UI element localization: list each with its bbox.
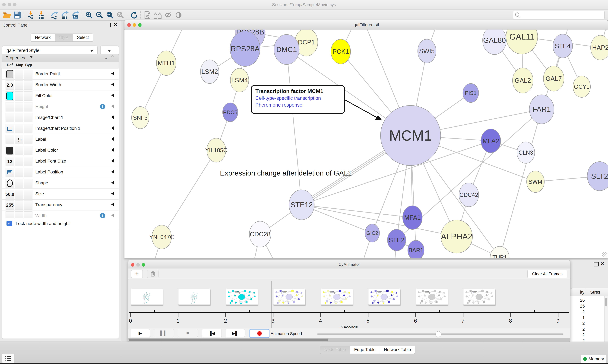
bypass-value-cell[interactable] xyxy=(24,70,32,79)
property-row-shape[interactable]: Shape xyxy=(2,178,119,189)
delete-frame-button[interactable] xyxy=(147,270,158,278)
default-value-cell[interactable] xyxy=(6,146,14,155)
collapse-arrow-icon[interactable] xyxy=(111,192,114,195)
clear-all-frames-button[interactable]: Clear All Frames xyxy=(527,270,567,278)
export-table-icon[interactable] xyxy=(60,11,70,20)
panel-list-button[interactable] xyxy=(2,354,14,363)
close-panel-icon[interactable]: ✕ xyxy=(600,261,604,267)
frame-thumbnail-4[interactable] xyxy=(321,289,353,305)
table-column-stres[interactable]: Stres xyxy=(587,290,604,295)
mapping-value-cell[interactable] xyxy=(15,200,23,210)
timeline-scrollbar-thumb[interactable] xyxy=(129,338,328,341)
annotation-box[interactable]: Transcription factor MCM1 Cell-type-spec… xyxy=(251,85,345,114)
collapse-arrow-icon[interactable] xyxy=(111,82,114,87)
table-scrollbar-thumb[interactable] xyxy=(605,298,607,306)
animation-speed-thumb[interactable] xyxy=(436,331,441,337)
default-value-cell[interactable]: 12 xyxy=(6,157,14,166)
collapse-arrow-icon[interactable] xyxy=(111,93,114,97)
property-row-border-width[interactable]: 2.0Border Width xyxy=(2,79,119,91)
frame-thumbnail-3[interactable] xyxy=(273,289,305,305)
property-row-fill-color[interactable]: Fill Color xyxy=(2,91,119,101)
collapse-arrow-icon[interactable] xyxy=(111,115,114,119)
collapse-arrow-icon[interactable] xyxy=(111,213,114,217)
cyanimator-titlebar[interactable]: CyAnimator xyxy=(128,260,570,269)
lock-size-checkbox[interactable]: ✓ xyxy=(6,221,12,226)
collapse-arrow-icon[interactable] xyxy=(111,159,114,163)
tab-network[interactable]: Network xyxy=(31,34,55,41)
default-value-cell[interactable] xyxy=(6,124,14,133)
property-row-label-position[interactable]: Label Position xyxy=(2,167,119,178)
bypass-value-cell[interactable] xyxy=(24,200,32,210)
bypass-value-cell[interactable] xyxy=(24,190,32,199)
bypass-value-cell[interactable] xyxy=(24,80,32,90)
collapse-arrow-icon[interactable] xyxy=(111,148,114,152)
bypass-value-cell[interactable] xyxy=(24,102,32,111)
collapse-all-icon[interactable]: ⌃ xyxy=(111,54,114,60)
property-row-border-paint[interactable]: Border Paint xyxy=(2,69,119,79)
contrast-icon[interactable] xyxy=(173,11,184,20)
mapping-value-cell[interactable] xyxy=(15,124,23,133)
frame-thumbnail-1[interactable] xyxy=(178,289,210,305)
playhead[interactable] xyxy=(272,281,272,332)
import-table-icon[interactable] xyxy=(36,11,46,20)
frame-thumbnail-2[interactable] xyxy=(226,289,258,305)
mapping-value-cell[interactable] xyxy=(15,102,23,111)
float-panel-icon[interactable] xyxy=(106,23,111,27)
collapse-arrow-icon[interactable] xyxy=(111,202,114,207)
skip-to-end-button[interactable]: ▶▌ xyxy=(226,329,245,337)
collapse-arrow-icon[interactable] xyxy=(111,170,114,174)
default-value-cell[interactable] xyxy=(6,135,14,144)
bypass-value-cell[interactable] xyxy=(24,168,32,177)
skip-to-start-button[interactable]: ▐◀ xyxy=(202,329,222,337)
mapping-value-cell[interactable] xyxy=(15,91,23,101)
property-row-height[interactable]: Heighti xyxy=(2,101,119,112)
float-panel-icon[interactable] xyxy=(594,262,599,266)
table-column-ity[interactable]: ity xyxy=(570,290,584,295)
property-row-label-font-size[interactable]: 12Label Font Size xyxy=(2,156,119,167)
property-row-image-chart-position-1[interactable]: Image/Chart Position 1 xyxy=(2,123,119,134)
collapse-arrow-icon[interactable] xyxy=(111,104,114,108)
default-value-cell[interactable] xyxy=(6,179,14,188)
search-input[interactable] xyxy=(521,12,601,18)
annotation-link[interactable]: Pheromone response xyxy=(255,102,344,108)
resize-grip[interactable] xyxy=(602,252,607,257)
default-value-cell[interactable]: 50.0 xyxy=(6,190,14,199)
mapping-value-cell[interactable] xyxy=(15,190,23,199)
memory-button[interactable]: Memory xyxy=(581,355,607,363)
property-row-label[interactable]: ⋮›Label xyxy=(2,134,119,145)
default-value-cell[interactable] xyxy=(6,102,14,111)
collapse-arrow-icon[interactable] xyxy=(111,126,114,130)
bypass-value-cell[interactable] xyxy=(24,146,32,155)
refresh-layout-icon[interactable] xyxy=(129,11,139,20)
timeline[interactable]: 0123456789 Seconds xyxy=(128,279,570,328)
properties-header[interactable]: Properties ⌄ ⌃ xyxy=(2,54,119,62)
bypass-value-cell[interactable] xyxy=(24,124,32,133)
property-row-size[interactable]: 50.0Size xyxy=(2,189,119,200)
default-value-cell[interactable]: 255 xyxy=(6,200,14,210)
add-frame-button[interactable]: + xyxy=(131,270,143,278)
mapping-value-cell[interactable] xyxy=(15,80,23,90)
default-value-cell[interactable] xyxy=(6,91,14,101)
zoom-in-icon[interactable] xyxy=(84,11,94,20)
record-button[interactable] xyxy=(249,329,269,338)
frame-thumbnail-7[interactable] xyxy=(463,289,495,305)
tab-edge-table[interactable]: Edge Table xyxy=(350,346,380,353)
save-session-icon[interactable] xyxy=(12,11,23,20)
open-session-icon[interactable] xyxy=(1,11,12,20)
mapping-value-cell[interactable] xyxy=(15,113,23,122)
bypass-value-cell[interactable] xyxy=(24,91,32,101)
annotation-link[interactable]: Cell-type-specific transcription xyxy=(255,95,344,101)
bypass-value-cell[interactable] xyxy=(24,113,32,122)
pause-button[interactable]: ▌▌ xyxy=(154,329,174,337)
collapse-arrow-icon[interactable] xyxy=(111,71,114,76)
frame-thumbnail-6[interactable] xyxy=(416,289,448,305)
info-icon[interactable]: i xyxy=(100,104,105,109)
close-panel-icon[interactable]: ✕ xyxy=(113,22,117,27)
group-icon[interactable] xyxy=(152,11,163,20)
tab-style[interactable]: Style xyxy=(55,34,73,41)
hide-glyph-icon[interactable] xyxy=(163,11,173,20)
network-file-icon[interactable] xyxy=(142,11,152,20)
export-network-icon[interactable] xyxy=(49,11,60,20)
network-window-titlebar[interactable]: galFiltered.sif xyxy=(124,20,608,30)
tab-node-table[interactable]: Node Table xyxy=(320,346,350,353)
